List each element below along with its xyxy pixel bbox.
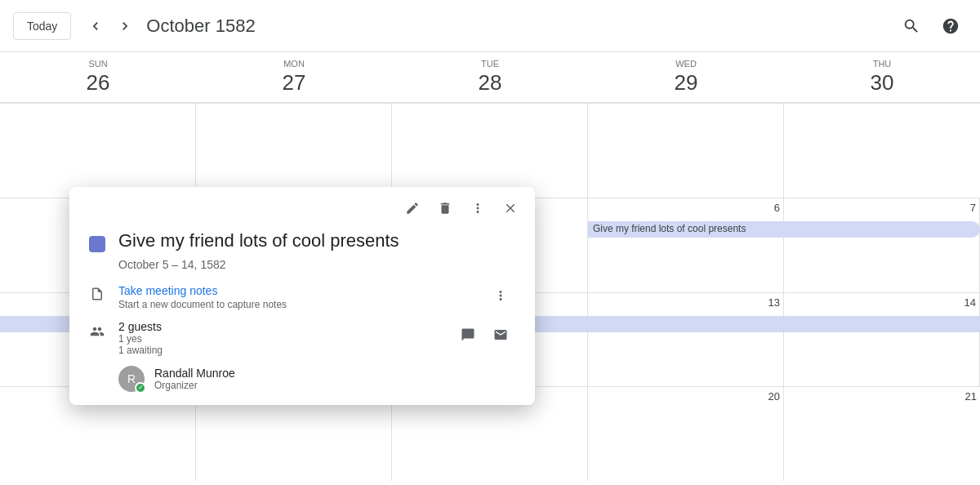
- month-title: October 1582: [146, 16, 895, 37]
- meeting-notes-row: Take meeting notes Start a new document …: [89, 284, 515, 310]
- day-header-thu: THU 30: [784, 52, 980, 103]
- cell-13: 13: [588, 293, 784, 387]
- meeting-notes-link[interactable]: Take meeting notes: [118, 284, 473, 297]
- organizer-info: Randall Munroe Organizer: [154, 367, 235, 391]
- delete-button[interactable]: [430, 194, 460, 223]
- cell-26: [0, 104, 196, 198]
- people-icon: [89, 323, 105, 340]
- event-popup: Give my friend lots of cool presents Oct…: [69, 187, 535, 405]
- event-date: October 5 – 14, 1582: [118, 258, 515, 271]
- search-button[interactable]: [895, 10, 928, 42]
- guests-row: 2 guests 1 yes 1 awaiting: [89, 320, 515, 356]
- guests-count: 2 guests: [118, 320, 440, 333]
- organizer-check: ✓: [135, 382, 146, 394]
- edit-button[interactable]: [398, 194, 427, 223]
- cell-7: 7: [784, 198, 980, 292]
- cell-21: 21: [784, 387, 980, 481]
- help-button[interactable]: [934, 10, 967, 42]
- cell-6: 6: [588, 198, 784, 292]
- popup-body: Give my friend lots of cool presents Oct…: [69, 226, 535, 392]
- prev-button[interactable]: [81, 11, 110, 41]
- event-color: [89, 236, 105, 252]
- day-header-sun: SUN 26: [0, 52, 196, 103]
- popup-toolbar: [69, 187, 535, 226]
- organizer-row: R ✓ Randall Munroe Organizer: [118, 366, 515, 392]
- cell-30: [784, 104, 980, 198]
- notes-more-button[interactable]: [486, 281, 515, 310]
- cell-20: 20: [588, 387, 784, 481]
- meeting-notes-content: Take meeting notes Start a new document …: [118, 284, 473, 310]
- day-header-mon: MON 27: [196, 52, 392, 103]
- guests-yes: 1 yes: [118, 333, 440, 345]
- email-button[interactable]: [486, 320, 515, 349]
- cell-27: [196, 104, 392, 198]
- guests-content: 2 guests 1 yes 1 awaiting: [118, 320, 440, 356]
- guests-actions: [453, 320, 515, 349]
- close-button[interactable]: [496, 194, 525, 223]
- next-button[interactable]: [110, 11, 140, 41]
- guests-awaiting: 1 awaiting: [118, 345, 440, 356]
- header: Today October 1582: [0, 0, 980, 52]
- event-header: Give my friend lots of cool presents: [89, 229, 515, 253]
- organizer-avatar: R ✓: [118, 366, 145, 392]
- day-header-tue: TUE 28: [392, 52, 588, 103]
- cell-28: [392, 104, 588, 198]
- meeting-notes-sub: Start a new document to capture notes: [118, 299, 473, 310]
- organizer-role: Organizer: [154, 380, 235, 391]
- header-icons: [895, 10, 967, 42]
- more-button[interactable]: [463, 194, 492, 223]
- doc-icon: [89, 286, 105, 302]
- cell-14: 14: [784, 293, 980, 387]
- cell-29: [588, 104, 784, 198]
- today-button[interactable]: Today: [13, 12, 71, 40]
- event-title: Give my friend lots of cool presents: [118, 229, 399, 253]
- event-bar-week2[interactable]: Give my friend lots of cool presents: [588, 221, 980, 238]
- chat-button[interactable]: [453, 320, 483, 349]
- organizer-name: Randall Munroe: [154, 367, 235, 380]
- day-header-wed: WED 29: [588, 52, 784, 103]
